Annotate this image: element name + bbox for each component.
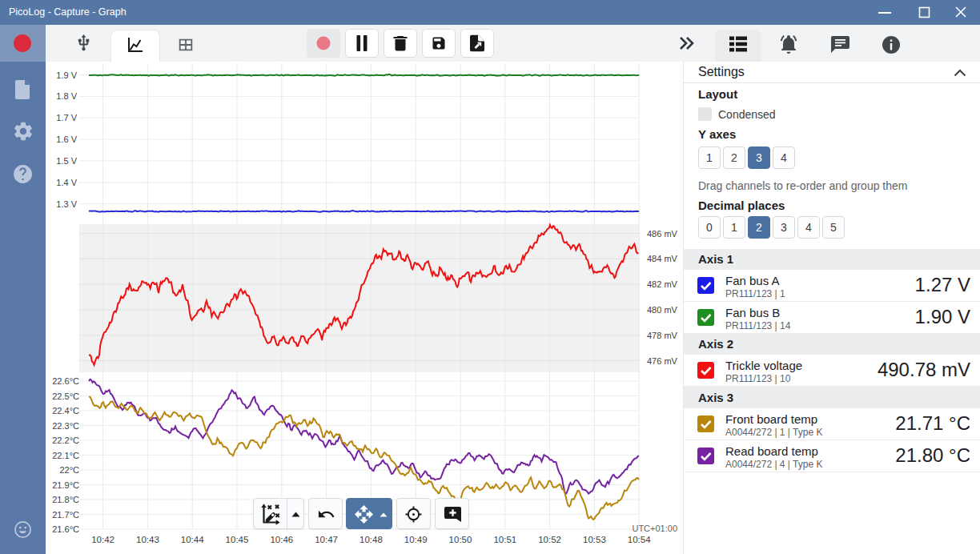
svg-text:10:53: 10:53 [583, 535, 606, 544]
svg-text:22.1°C: 22.1°C [52, 451, 79, 460]
svg-text:21.8°C: 21.8°C [52, 495, 79, 504]
svg-text:10:49: 10:49 [404, 535, 428, 544]
svg-text:10:51: 10:51 [493, 535, 516, 544]
svg-text:10:52: 10:52 [538, 535, 561, 544]
svg-text:22.2°C: 22.2°C [52, 436, 79, 445]
svg-text:10:43: 10:43 [136, 535, 159, 544]
svg-text:1.5 V: 1.5 V [56, 156, 77, 166]
svg-text:22.3°C: 22.3°C [52, 421, 79, 431]
svg-text:22.5°C: 22.5°C [52, 391, 79, 401]
svg-text:10:48: 10:48 [359, 535, 383, 544]
svg-text:10:44: 10:44 [181, 535, 204, 544]
svg-text:480 mV: 480 mV [647, 305, 678, 315]
svg-text:478 mV: 478 mV [647, 331, 678, 340]
svg-text:10:47: 10:47 [315, 535, 338, 544]
svg-text:486 mV: 486 mV [647, 229, 678, 239]
svg-text:10:50: 10:50 [449, 535, 472, 544]
svg-text:484 mV: 484 mV [647, 254, 678, 263]
svg-text:476 mV: 476 mV [647, 356, 678, 366]
svg-text:1.6 V: 1.6 V [56, 134, 77, 144]
svg-text:1.3 V: 1.3 V [56, 199, 77, 209]
svg-text:22.4°C: 22.4°C [52, 406, 79, 416]
svg-text:10:54: 10:54 [628, 535, 651, 544]
svg-text:21.7°C: 21.7°C [52, 510, 79, 520]
svg-text:1.9 V: 1.9 V [56, 70, 77, 80]
svg-text:21.6°C: 21.6°C [52, 524, 79, 534]
svg-text:10:42: 10:42 [91, 535, 114, 544]
svg-text:482 mV: 482 mV [647, 279, 678, 289]
svg-text:22°C: 22°C [59, 465, 79, 475]
svg-text:10:45: 10:45 [226, 535, 249, 544]
svg-text:1.8 V: 1.8 V [56, 91, 77, 101]
svg-text:UTC+01:00: UTC+01:00 [632, 524, 677, 533]
svg-text:1.4 V: 1.4 V [56, 178, 77, 187]
svg-text:21.9°C: 21.9°C [52, 480, 79, 490]
svg-text:22.6°C: 22.6°C [52, 376, 79, 386]
svg-text:10:46: 10:46 [270, 535, 293, 544]
svg-text:1.7 V: 1.7 V [56, 113, 77, 122]
